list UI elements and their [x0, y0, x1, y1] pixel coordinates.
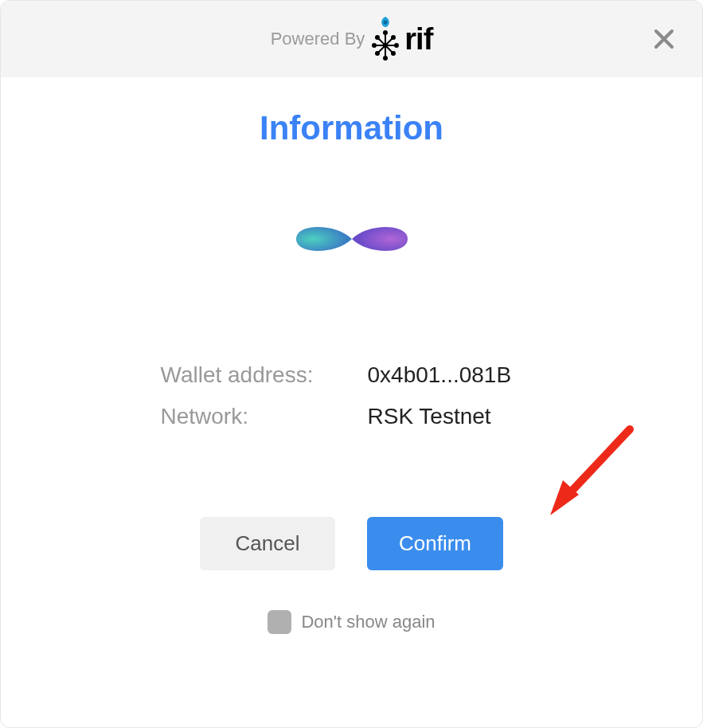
confirm-button[interactable]: Confirm	[367, 517, 503, 570]
wave-logo-icon	[288, 211, 416, 267]
wallet-address-label: Wallet address:	[161, 362, 368, 388]
svg-point-9	[372, 43, 377, 48]
network-label: Network:	[161, 404, 368, 429]
svg-point-6	[383, 56, 388, 61]
modal-header: Powered By	[1, 1, 702, 77]
powered-by-group: Powered By	[271, 15, 433, 63]
rif-logo: rif	[371, 15, 432, 63]
svg-point-0	[384, 21, 388, 25]
svg-point-11	[375, 51, 380, 56]
rif-icon	[371, 15, 400, 63]
rif-brand-text: rif	[404, 22, 432, 57]
svg-point-12	[391, 51, 396, 56]
close-button[interactable]	[648, 23, 680, 55]
info-modal: Powered By	[0, 0, 703, 728]
network-value: RSK Testnet	[368, 404, 491, 429]
button-row: Cancel Confirm	[200, 517, 503, 570]
info-table: Wallet address: 0x4b01...081B Network: R…	[161, 362, 543, 445]
wallet-address-value: 0x4b01...081B	[368, 362, 512, 388]
cancel-button[interactable]: Cancel	[200, 517, 335, 570]
annotation-arrow-icon	[542, 421, 638, 517]
dont-show-row: Don't show again	[268, 610, 435, 634]
dont-show-checkbox[interactable]	[268, 610, 291, 634]
close-icon	[651, 26, 677, 52]
info-row-network: Network: RSK Testnet	[161, 404, 543, 429]
svg-point-13	[383, 43, 388, 48]
modal-title: Information	[260, 109, 443, 147]
svg-point-5	[383, 30, 388, 35]
svg-line-17	[566, 429, 630, 497]
svg-point-7	[375, 35, 380, 40]
powered-by-label: Powered By	[271, 29, 365, 49]
modal-content: Information Wallet address: 0x4b01...081…	[1, 77, 702, 727]
dont-show-label: Don't show again	[301, 612, 435, 632]
svg-point-8	[391, 35, 396, 40]
svg-marker-18	[550, 480, 579, 515]
info-row-wallet: Wallet address: 0x4b01...081B	[161, 362, 543, 388]
svg-point-10	[394, 43, 399, 48]
